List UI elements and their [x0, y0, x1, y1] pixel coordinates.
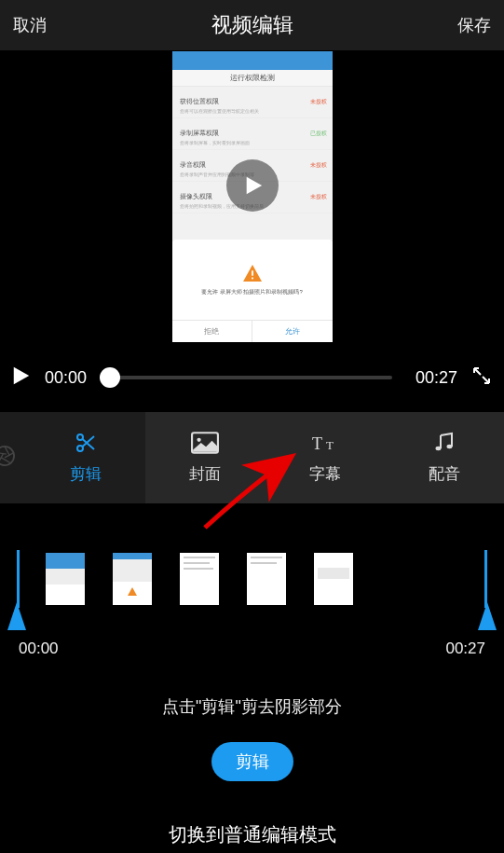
play-overlay-icon[interactable] [226, 159, 279, 212]
play-button[interactable] [11, 365, 32, 391]
tab-dub[interactable]: 配音 [385, 412, 504, 503]
preview-phone-frame: 运行权限检测 获得位置权限您将可以在观察位置使用导航定位相关 未授权 录制屏幕权… [172, 51, 333, 342]
playback-controls: 00:00 00:27 [0, 343, 504, 412]
music-icon [430, 432, 458, 454]
preview-dialog: 要允许 录屏大师 拍摄照片和录制视频吗? 拒绝 允许 [172, 240, 333, 342]
timeline-track[interactable] [17, 550, 487, 608]
clip-button[interactable]: 剪辑 [211, 742, 293, 781]
tab-label: 剪辑 [70, 463, 102, 485]
seek-thumb[interactable] [100, 367, 120, 388]
timeline-thumb [314, 553, 353, 605]
svg-point-3 [77, 434, 83, 440]
aperture-icon [0, 412, 26, 503]
text-icon: TT [311, 432, 339, 454]
tool-tabs: 剪辑 封面 TT 字幕 配音 [0, 412, 504, 503]
save-button[interactable]: 保存 [457, 14, 491, 36]
page-title: 视频编辑 [211, 11, 293, 39]
clip-timeline: 00:00 00:27 [0, 550, 504, 658]
video-preview[interactable]: 运行权限检测 获得位置权限您将可以在观察位置使用导航定位相关 未授权 录制屏幕权… [0, 50, 504, 343]
timeline-thumb [46, 553, 85, 605]
timeline-thumb [113, 553, 152, 605]
seek-bar[interactable] [110, 376, 392, 379]
svg-point-6 [198, 437, 201, 441]
svg-point-10 [446, 444, 452, 447]
warning-icon [242, 264, 263, 282]
cancel-button[interactable]: 取消 [13, 14, 47, 36]
svg-rect-0 [252, 270, 253, 275]
svg-text:T: T [326, 438, 334, 452]
scissors-icon [72, 432, 100, 454]
header: 取消 视频编辑 保存 [0, 0, 504, 50]
timeline-thumb [247, 553, 286, 605]
trim-handle-left[interactable] [7, 602, 26, 630]
fullscreen-button[interactable] [470, 365, 493, 391]
timeline-thumb [180, 553, 219, 605]
preview-title: 运行权限检测 [172, 70, 333, 87]
hint-text: 点击"剪辑"剪去阴影部分 [0, 695, 504, 718]
image-icon [191, 432, 219, 454]
tab-label: 配音 [429, 463, 460, 485]
current-time: 00:00 [45, 368, 97, 388]
tab-label: 封面 [189, 463, 221, 485]
tab-edit[interactable]: 剪辑 [26, 412, 145, 503]
svg-point-4 [77, 446, 83, 451]
timeline-end: 00:27 [445, 640, 485, 658]
switch-mode-link[interactable]: 切换到普通编辑模式 [0, 822, 504, 847]
total-time: 00:27 [405, 368, 457, 388]
trim-handle-right[interactable] [478, 602, 497, 630]
svg-point-9 [435, 446, 441, 449]
tab-label: 字幕 [309, 463, 341, 485]
tab-cover[interactable]: 封面 [145, 412, 265, 503]
svg-text:T: T [312, 434, 322, 453]
tab-subtitle[interactable]: TT 字幕 [266, 412, 385, 503]
timeline-start: 00:00 [19, 640, 59, 658]
svg-rect-1 [252, 277, 253, 279]
